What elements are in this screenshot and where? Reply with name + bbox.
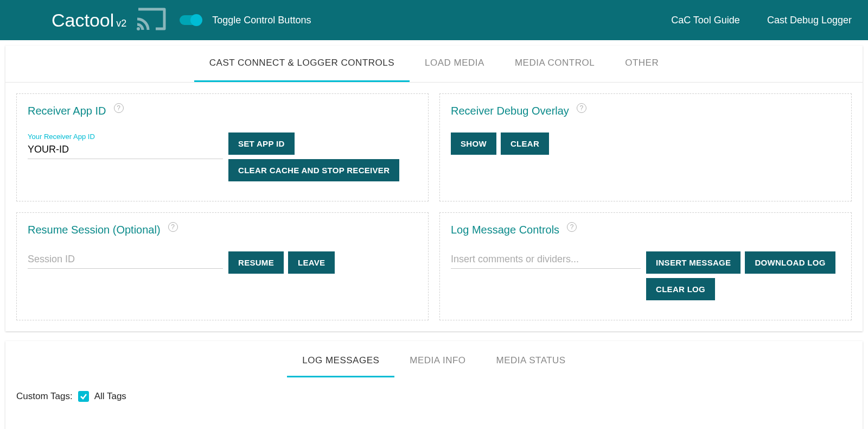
svg-point-0 (137, 27, 140, 30)
all-tags-checkbox[interactable] (78, 391, 89, 402)
logo-version: v2 (116, 18, 126, 29)
card-resume-session: Resume Session (Optional) ? RESUME LEAVE (16, 212, 429, 320)
insert-message-button[interactable]: INSERT MESSAGE (646, 251, 741, 274)
card-receiver-debug-overlay: Receiver Debug Overlay ? SHOW CLEAR (439, 93, 852, 201)
log-message-input[interactable] (451, 251, 641, 269)
link-cac-tool-guide[interactable]: CaC Tool Guide (671, 15, 740, 26)
cast-icon (136, 7, 167, 33)
card-log-message-controls: Log Message Controls ? INSERT MESSAGE DO… (439, 212, 852, 320)
clear-cache-stop-receiver-button[interactable]: CLEAR CACHE AND STOP RECEIVER (228, 159, 399, 181)
card-title: Resume Session (Optional) ? (28, 224, 417, 236)
app-logo: Cactool v2 (52, 10, 126, 31)
help-icon[interactable]: ? (577, 103, 586, 113)
clear-log-button[interactable]: CLEAR LOG (646, 278, 715, 300)
clear-overlay-button[interactable]: CLEAR (501, 133, 549, 155)
tab-other[interactable]: OTHER (610, 46, 674, 82)
tab-log-messages[interactable]: LOG MESSAGES (287, 345, 394, 377)
set-app-id-button[interactable]: SET APP ID (228, 133, 295, 155)
controls-panel: CAST CONNECT & LOGGER CONTROLS LOAD MEDI… (5, 46, 863, 331)
receiver-app-id-input[interactable] (28, 142, 223, 159)
toggle-label: Toggle Control Buttons (212, 15, 311, 26)
custom-tags-row: Custom Tags: All Tags (5, 378, 863, 402)
link-cast-debug-logger[interactable]: Cast Debug Logger (767, 15, 852, 26)
toggle-control-buttons-switch[interactable] (180, 15, 201, 25)
app-header: Cactool v2 Toggle Control Buttons CaC To… (0, 0, 868, 40)
field-label-app-id: Your Receiver App ID (28, 133, 223, 141)
show-overlay-button[interactable]: SHOW (451, 133, 496, 155)
session-id-input[interactable] (28, 251, 223, 269)
tab-media-info[interactable]: MEDIA INFO (394, 345, 481, 377)
log-panel: LOG MESSAGES MEDIA INFO MEDIA STATUS Cus… (5, 341, 863, 429)
log-tabs: LOG MESSAGES MEDIA INFO MEDIA STATUS (5, 341, 863, 378)
tab-cast-connect[interactable]: CAST CONNECT & LOGGER CONTROLS (194, 46, 410, 82)
logo-title: Cactool (52, 10, 114, 31)
card-title: Receiver Debug Overlay ? (451, 105, 840, 117)
card-title: Log Message Controls ? (451, 224, 840, 236)
help-icon[interactable]: ? (567, 222, 577, 232)
toggle-knob (190, 14, 202, 26)
tab-load-media[interactable]: LOAD MEDIA (410, 46, 500, 82)
card-title: Receiver App ID ? (28, 105, 417, 117)
main-tabs: CAST CONNECT & LOGGER CONTROLS LOAD MEDI… (5, 46, 863, 83)
all-tags-label: All Tags (94, 391, 126, 402)
download-log-button[interactable]: DOWNLOAD LOG (745, 251, 835, 274)
tab-media-status[interactable]: MEDIA STATUS (481, 345, 581, 377)
tab-media-control[interactable]: MEDIA CONTROL (500, 46, 610, 82)
leave-button[interactable]: LEAVE (288, 251, 335, 274)
help-icon[interactable]: ? (168, 222, 178, 232)
resume-button[interactable]: RESUME (228, 251, 284, 274)
custom-tags-label: Custom Tags: (16, 391, 73, 402)
help-icon[interactable]: ? (114, 103, 124, 113)
card-receiver-app-id: Receiver App ID ? Your Receiver App ID S… (16, 93, 429, 201)
